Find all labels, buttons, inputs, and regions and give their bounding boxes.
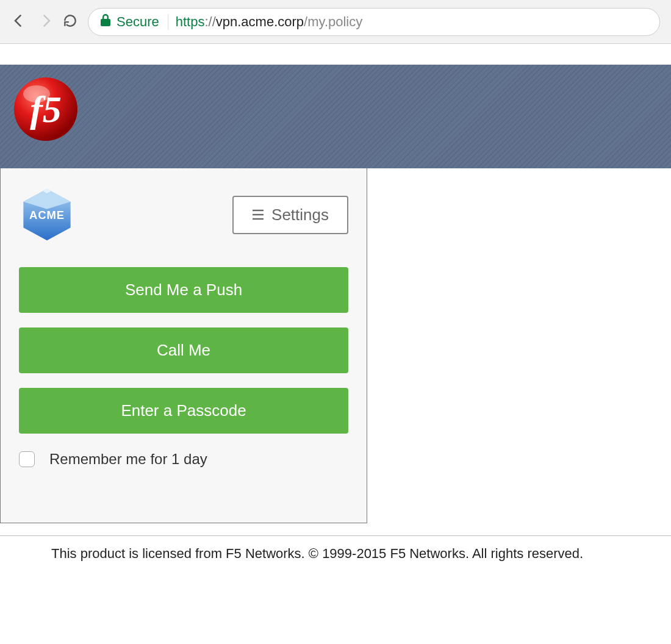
duo-prompt: ACME Settings Send Me a Push Call Me Ent… xyxy=(0,168,367,523)
reload-button[interactable] xyxy=(62,13,78,31)
browser-toolbar: Secure https://vpn.acme.corp/my.policy xyxy=(0,0,671,44)
settings-button[interactable]: Settings xyxy=(232,196,348,234)
back-button[interactable] xyxy=(11,12,28,32)
footer-text: This product is licensed from F5 Network… xyxy=(0,536,671,571)
url-text: https://vpn.acme.corp/my.policy xyxy=(176,14,363,30)
secure-label-text: Secure xyxy=(117,14,159,30)
nav-buttons xyxy=(11,12,78,32)
lock-icon xyxy=(101,14,110,30)
forward-button xyxy=(37,12,54,32)
svg-text:ACME: ACME xyxy=(29,209,65,221)
acme-logo: ACME xyxy=(19,187,75,243)
remember-me-label: Remember me for 1 day xyxy=(49,451,207,468)
secure-indicator: Secure xyxy=(101,14,168,30)
remember-me-checkbox[interactable] xyxy=(19,451,35,467)
enter-passcode-button[interactable]: Enter a Passcode xyxy=(19,388,348,434)
address-bar[interactable]: Secure https://vpn.acme.corp/my.policy xyxy=(88,8,660,36)
send-push-button[interactable]: Send Me a Push xyxy=(19,267,348,313)
page-banner: f5 xyxy=(0,65,671,168)
call-me-button[interactable]: Call Me xyxy=(19,327,348,373)
remember-me-row[interactable]: Remember me for 1 day xyxy=(19,448,348,504)
svg-text:f5: f5 xyxy=(30,88,62,130)
f5-logo: f5 xyxy=(12,76,79,143)
menu-icon xyxy=(252,206,264,224)
settings-label: Settings xyxy=(271,206,329,224)
